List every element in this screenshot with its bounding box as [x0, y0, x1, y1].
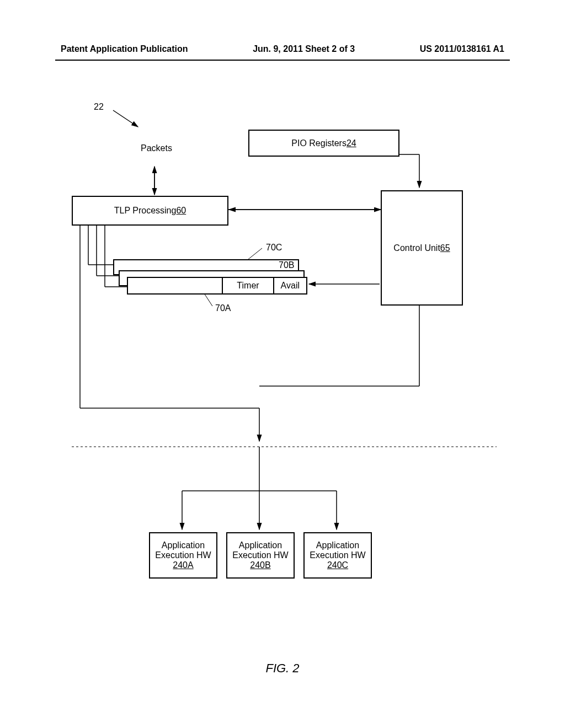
app-exec-a: Application Execution HW 240A [149, 532, 217, 579]
figure-caption: FIG. 2 [0, 661, 565, 676]
svg-line-0 [113, 110, 138, 127]
svg-line-16 [204, 293, 212, 306]
packets-label: Packets [141, 143, 172, 153]
tlp-num: 60 [176, 206, 186, 216]
app-exec-c: Application Execution HW 240C [303, 532, 372, 579]
pio-registers-num: 24 [347, 138, 356, 148]
avail-label: Avail [273, 278, 306, 293]
block-diagram: 22 Packets PIO Registers 24 TLP Processi… [72, 88, 497, 618]
timer-row-a: Timer Avail [127, 277, 307, 295]
header-right: US 2011/0138161 A1 [420, 44, 504, 54]
header-rule [55, 60, 510, 61]
timer-label: Timer [222, 278, 273, 293]
tlp-label: TLP Processing [114, 206, 177, 216]
ref-70a: 70A [215, 303, 231, 313]
svg-line-14 [248, 248, 262, 259]
tlp-processing-box: TLP Processing 60 [72, 196, 228, 226]
ref-22: 22 [94, 102, 104, 112]
control-unit-num: 65 [440, 243, 450, 253]
app-exec-b: Application Execution HW 240B [226, 532, 295, 579]
ref-70b: 70B [279, 260, 294, 270]
control-unit-label: Control Unit [393, 243, 440, 253]
pio-registers-box: PIO Registers 24 [248, 130, 399, 157]
page-header: Patent Application Publication Jun. 9, 2… [0, 44, 565, 54]
control-unit-box: Control Unit 65 [381, 190, 463, 306]
ref-70c: 70C [266, 243, 282, 253]
header-left: Patent Application Publication [61, 44, 188, 54]
header-center: Jun. 9, 2011 Sheet 2 of 3 [253, 44, 355, 54]
pio-registers-label: PIO Registers [291, 138, 347, 148]
